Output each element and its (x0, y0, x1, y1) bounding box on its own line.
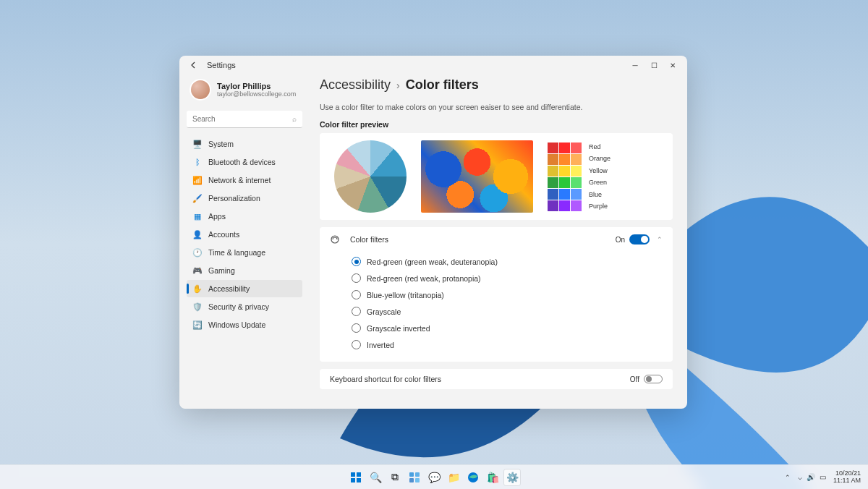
filter-label: Color filters (350, 235, 388, 244)
radio-label: Red-green (green weak, deuteranopia) (367, 258, 498, 266)
volume-icon[interactable]: 🔊 (807, 473, 815, 481)
svg-rect-2 (357, 472, 361, 477)
nav-label: Network & internet (208, 176, 271, 184)
swatch-cell (548, 200, 558, 211)
sidebar-item-windows-update[interactable]: 🔄Windows Update (187, 316, 302, 333)
start-button[interactable] (348, 469, 364, 485)
breadcrumb: Accessibility › Color filters (320, 77, 673, 93)
swatch-cell (559, 177, 570, 188)
task-view-icon[interactable]: ⧉ (387, 469, 403, 485)
radio-button[interactable] (352, 323, 361, 333)
sidebar-item-accessibility[interactable]: ✋Accessibility (187, 280, 302, 297)
nav-label: Bluetooth & devices (208, 158, 276, 166)
widgets-icon[interactable] (407, 469, 422, 485)
sidebar-item-apps[interactable]: ▦Apps (187, 208, 302, 225)
nav-icon: 🔄 (192, 320, 203, 330)
swatch-area: RedOrangeYellowGreenBluePurple (548, 143, 610, 211)
swatch-cell (559, 166, 570, 177)
nav-icon: ᛒ (192, 157, 203, 167)
radio-button[interactable] (352, 307, 361, 316)
swatch-labels: RedOrangeYellowGreenBluePurple (589, 143, 610, 211)
filter-header[interactable]: Color filters On ⌃ (320, 227, 673, 252)
shortcut-toggle[interactable] (644, 375, 663, 383)
svg-rect-4 (357, 478, 361, 482)
store-icon[interactable]: 🛍️ (485, 469, 501, 485)
nav-icon: 🎮 (192, 265, 203, 276)
swatch-cell (559, 200, 570, 211)
tray-chevron-icon[interactable]: ⌃ (785, 474, 791, 481)
swatch-cell (571, 200, 582, 211)
sidebar-item-personalization[interactable]: 🖌️Personalization (187, 190, 302, 207)
svg-rect-8 (415, 478, 420, 482)
filter-option[interactable]: Inverted (352, 336, 663, 353)
sidebar-item-security-privacy[interactable]: 🛡️Security & privacy (187, 298, 302, 315)
titlebar: Settings ─ ☐ ✕ (179, 56, 687, 75)
wifi-icon[interactable]: ⌵ (798, 473, 802, 481)
settings-window: Settings ─ ☐ ✕ Taylor Phillips taylor@be… (179, 56, 687, 409)
color-wheel-preview (334, 140, 407, 213)
swatch-cell (548, 154, 558, 165)
swatch-cell (571, 189, 582, 200)
swatch-label: Blue (589, 191, 610, 198)
explorer-icon[interactable]: 📁 (446, 469, 461, 485)
filter-icon (330, 234, 341, 244)
breadcrumb-sep-icon: › (396, 80, 400, 91)
back-button[interactable] (187, 58, 201, 72)
sidebar-item-system[interactable]: 🖥️System (187, 135, 302, 153)
window-title: Settings (207, 61, 236, 69)
radio-label: Grayscale (367, 307, 401, 316)
minimize-button[interactable]: ─ (631, 61, 639, 69)
filter-toggle[interactable] (629, 234, 650, 244)
nav-label: Time & language (208, 248, 265, 257)
edge-icon[interactable] (465, 469, 481, 485)
search-input[interactable] (187, 111, 302, 128)
maximize-button[interactable]: ☐ (650, 61, 658, 69)
breadcrumb-parent[interactable]: Accessibility (320, 77, 391, 93)
swatch-cell (559, 143, 570, 153)
filter-option[interactable]: Red-green (green weak, deuteranopia) (352, 253, 663, 270)
radio-label: Inverted (367, 341, 394, 349)
filter-option[interactable]: Red-green (red weak, protanopia) (352, 270, 663, 286)
swatch-cell (559, 189, 570, 200)
radio-button[interactable] (352, 340, 361, 349)
battery-icon[interactable]: ▭ (820, 473, 826, 481)
filter-toggle-state: On (616, 236, 625, 244)
search-taskbar-icon[interactable]: 🔍 (367, 469, 383, 485)
sidebar-item-accounts[interactable]: 👤Accounts (187, 226, 302, 243)
swatch-label: Red (589, 143, 610, 150)
swatch-cell (571, 177, 582, 188)
nav-label: Apps (208, 212, 226, 221)
nav-label: Windows Update (208, 320, 265, 329)
photo-preview (421, 140, 533, 213)
preview-card: RedOrangeYellowGreenBluePurple (320, 133, 673, 220)
close-button[interactable]: ✕ (668, 61, 677, 69)
swatch-cell (548, 166, 558, 177)
chat-icon[interactable]: 💬 (426, 469, 442, 485)
radio-button[interactable] (352, 290, 361, 299)
shortcut-label: Keyboard shortcut for color filters (330, 375, 441, 383)
filter-option[interactable]: Grayscale inverted (352, 320, 663, 336)
swatch-cell (548, 177, 558, 188)
radio-button[interactable] (352, 257, 361, 266)
nav-label: Security & privacy (208, 302, 269, 311)
sidebar-item-network-internet[interactable]: 📶Network & internet (187, 171, 302, 189)
sidebar-item-bluetooth-devices[interactable]: ᛒBluetooth & devices (187, 153, 302, 171)
swatch-cell (571, 154, 582, 165)
clock[interactable]: 10/20/21 11:11 AM (833, 470, 861, 485)
settings-taskbar-icon[interactable]: ⚙️ (504, 469, 520, 485)
sidebar-item-gaming[interactable]: 🎮Gaming (187, 262, 302, 279)
filter-option[interactable]: Grayscale (352, 303, 663, 320)
avatar (190, 79, 211, 101)
radio-button[interactable] (352, 273, 361, 283)
chevron-up-icon[interactable]: ⌃ (657, 236, 663, 243)
shortcut-card[interactable]: Keyboard shortcut for color filters Off (320, 369, 673, 389)
sidebar-item-time-language[interactable]: 🕐Time & language (187, 244, 302, 261)
search-box[interactable]: ⌕ (187, 111, 302, 128)
profile-block[interactable]: Taylor Phillips taylor@bellowscollege.co… (187, 75, 302, 108)
preview-title: Color filter preview (320, 120, 673, 129)
filter-option[interactable]: Blue-yellow (tritanopia) (352, 286, 663, 303)
radio-label: Blue-yellow (tritanopia) (367, 291, 444, 299)
nav-list: 🖥️SystemᛒBluetooth & devices📶Network & i… (187, 135, 302, 333)
user-email: taylor@bellowscollege.com (217, 90, 296, 98)
nav-label: System (208, 140, 234, 148)
